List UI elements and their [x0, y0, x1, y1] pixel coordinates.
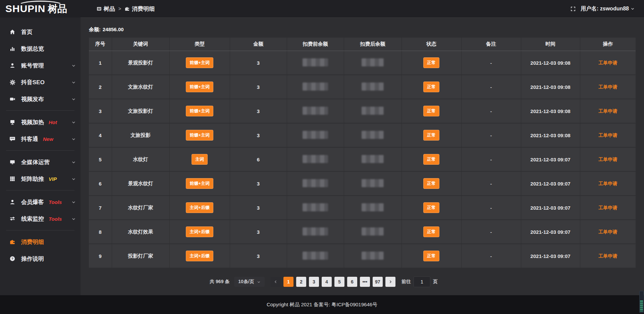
chevron-down-icon [71, 63, 76, 68]
page-button[interactable]: 3 [309, 277, 319, 287]
wallet-icon [9, 239, 16, 245]
copyright-text: Copyright 树品 2021 备案号: 粤ICP备09019646号 [267, 302, 377, 308]
column-header: 扣费前余额 [287, 38, 344, 51]
prev-page-button[interactable] [271, 277, 281, 287]
page-button[interactable]: ••• [360, 277, 370, 287]
sidebar-item-lead-monitor[interactable]: 线索监控 Tools [0, 210, 80, 227]
cell-amount: 3 [230, 244, 287, 268]
blurred-value [303, 107, 328, 115]
sidebar-item-video-publish[interactable]: 视频发布 [0, 91, 80, 107]
work-order-link[interactable]: 工单申请 [598, 205, 617, 210]
corner-widget[interactable] [639, 291, 644, 313]
breadcrumb-item-home[interactable]: 树品 [97, 5, 115, 13]
sidebar-item-member-burst[interactable]: 会员爆客 Tools [0, 194, 80, 210]
sidebar-divider [6, 230, 74, 230]
tools-tag: Tools [49, 216, 62, 222]
page-button[interactable]: 6 [347, 277, 357, 287]
table-row: 8 水纹灯效果 主词+后缀 3 正常 - 2021-12-03 09:07 工单… [89, 220, 636, 244]
sidebar: 首页 数据总览 账号管理 抖音SEO [0, 17, 80, 295]
type-badge: 前缀+主词 [186, 130, 213, 141]
chevron-down-icon [631, 7, 635, 11]
table-row: 6 景观水纹灯 前缀+主词 3 正常 - 2021-12-03 09:07 工单… [89, 171, 636, 196]
cell-time: 2021-12-03 09:07 [521, 244, 580, 268]
cell-index: 8 [89, 220, 112, 244]
status-badge: 正常 [423, 106, 439, 116]
next-page-button[interactable] [385, 277, 395, 287]
column-header: 时间 [521, 38, 580, 51]
sidebar-item-douyin-seo[interactable]: 抖音SEO [0, 74, 80, 91]
sidebar-item-douketong[interactable]: 抖客通 New [0, 130, 80, 147]
work-order-link[interactable]: 工单申请 [598, 181, 617, 186]
work-order-link[interactable]: 工单申请 [598, 157, 617, 162]
cell-action: 工单申请 [580, 196, 636, 220]
cell-index: 9 [89, 244, 112, 268]
cell-status: 正常 [401, 123, 461, 147]
topbar: SHUPIN 树品 树品 > 消费明细 用户名: zsw [0, 0, 644, 17]
page-button[interactable]: 1 [283, 277, 293, 287]
chat-icon [9, 136, 16, 142]
cell-action: 工单申请 [580, 220, 636, 244]
sidebar-item-home[interactable]: 首页 [0, 23, 80, 40]
cell-status: 正常 [401, 196, 461, 220]
sidebar-item-instructions[interactable]: ? 操作说明 [0, 250, 80, 267]
sidebar-item-matrix-boost[interactable]: 矩阵助推 VIP [0, 170, 80, 187]
cell-status: 正常 [401, 99, 461, 123]
page-size-select[interactable]: 10条/页 [234, 277, 264, 287]
cell-keyword: 景观水纹灯 [112, 171, 169, 196]
cell-amount: 3 [230, 75, 287, 99]
cell-time: 2021-12-03 09:07 [521, 147, 580, 171]
fullscreen-icon[interactable] [570, 6, 576, 12]
sidebar-item-consumption-details[interactable]: 消费明细 [0, 233, 80, 250]
cell-remark: - [461, 244, 521, 268]
goto-page-input[interactable] [414, 276, 430, 287]
work-order-link[interactable]: 工单申请 [598, 133, 617, 138]
user-icon [9, 62, 16, 68]
chevron-down-icon [71, 80, 76, 85]
breadcrumb-label: 消费明细 [132, 5, 155, 13]
topbar-right: 用户名: zswodun88 [570, 5, 644, 12]
status-badge: 正常 [423, 130, 439, 141]
work-order-link[interactable]: 工单申请 [598, 84, 617, 90]
status-badge: 正常 [423, 178, 439, 189]
sidebar-divider [6, 150, 74, 151]
breadcrumb-separator: > [118, 6, 121, 11]
work-order-link[interactable]: 工单申请 [598, 253, 617, 259]
page-button[interactable]: 97 [373, 277, 383, 287]
blurred-value [303, 155, 328, 163]
work-order-link[interactable]: 工单申请 [598, 108, 617, 114]
type-badge: 主词+后缀 [186, 226, 213, 237]
cell-time: 2021-12-03 09:08 [521, 75, 580, 99]
sidebar-item-label: 视频发布 [21, 95, 44, 103]
blurred-value [303, 252, 328, 260]
status-badge: 正常 [423, 202, 439, 213]
cell-index: 3 [89, 99, 112, 123]
consumption-table: 序号关键词类型金额扣费前余额扣费后余额状态备注时间操作 1 景观投影灯 前缀+主… [89, 38, 636, 268]
page-button[interactable]: 4 [322, 277, 332, 287]
cell-balance-before [287, 99, 344, 123]
column-header: 扣费后余额 [344, 38, 401, 51]
sidebar-item-label: 抖音SEO [21, 78, 45, 86]
username-dropdown[interactable]: 用户名: zswodun88 [581, 5, 635, 12]
goto-label: 前往 [401, 279, 411, 285]
sidebar-item-omnimedia[interactable]: 全媒体运营 [0, 154, 80, 170]
bar-chart-icon [9, 46, 16, 52]
type-badge: 主词+后缀 [186, 251, 213, 261]
work-order-link[interactable]: 工单申请 [598, 60, 617, 65]
sidebar-item-data-overview[interactable]: 数据总览 [0, 40, 80, 57]
status-badge: 正常 [423, 154, 439, 165]
cell-balance-before [287, 123, 344, 147]
work-order-link[interactable]: 工单申请 [598, 229, 617, 234]
type-badge: 前缀+主词 [186, 178, 213, 189]
cell-amount: 3 [230, 171, 287, 196]
sidebar-item-account-management[interactable]: 账号管理 [0, 57, 80, 74]
page-button[interactable]: 2 [296, 277, 306, 287]
sidebar-item-label: 消费明细 [21, 238, 44, 246]
cell-remark: - [461, 51, 521, 75]
page-button[interactable]: 5 [334, 277, 344, 287]
sidebar-item-label: 视频加热 [21, 118, 44, 126]
balance-value: 24856.00 [103, 27, 124, 32]
breadcrumb-item-current[interactable]: 消费明细 [124, 5, 155, 13]
chevron-down-icon [71, 137, 76, 141]
cell-balance-after [344, 244, 401, 268]
sidebar-item-video-heating[interactable]: 视频加热 Hot [0, 114, 80, 130]
